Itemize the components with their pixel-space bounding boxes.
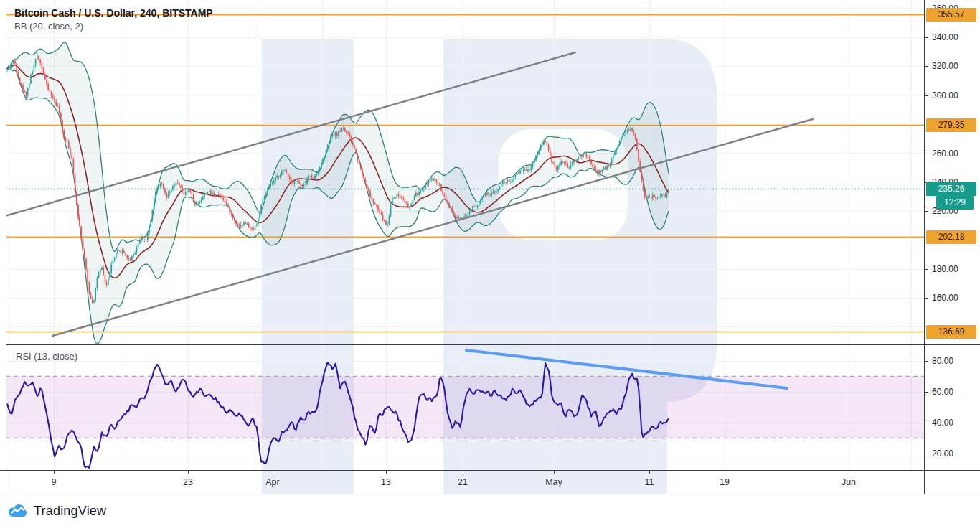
- brand-name: TradingView: [34, 504, 106, 519]
- rsi-pane[interactable]: [6, 345, 924, 470]
- time-tick-label: May: [545, 477, 562, 487]
- level-price-label: 355.57: [926, 8, 976, 22]
- tradingview-logo[interactable]: TradingView: [7, 503, 106, 519]
- time-tick-label: 11: [645, 477, 654, 487]
- time-tick-mark: [386, 471, 387, 474]
- left-border: [6, 0, 6, 494]
- time-axis-separator: [0, 470, 980, 471]
- axis-tick-dash: [925, 392, 928, 393]
- time-tick-label: 13: [381, 477, 391, 487]
- time-tick-label: 23: [183, 477, 193, 487]
- time-tick-label: 21: [458, 477, 468, 487]
- axis-tick-dash: [925, 298, 928, 299]
- tradingview-chart-window: Bitcoin Cash / U.S. Dollar, 240, BITSTAM…: [0, 0, 980, 531]
- price-tick-label: 340.00: [932, 32, 958, 42]
- footer-separator: [0, 494, 980, 494]
- time-tick-mark: [649, 471, 650, 474]
- price-tick-label: 160.00: [932, 293, 958, 303]
- time-tick-label: Apr: [265, 477, 279, 487]
- time-tick-mark: [849, 471, 849, 474]
- time-tick-mark: [273, 471, 273, 474]
- price-tick-label: 300.00: [932, 90, 958, 100]
- time-axis[interactable]: 923Apr1321May1119Jun: [0, 471, 980, 494]
- price-axis[interactable]: 360.00340.00320.00300.00260.00240.00220.…: [925, 0, 980, 494]
- level-price-label: 136.69: [926, 325, 976, 339]
- level-price-label: 279.35: [926, 118, 976, 132]
- time-tick-label: Jun: [842, 477, 856, 487]
- price-tick-label: 320.00: [932, 61, 958, 71]
- time-tick-mark: [54, 471, 55, 474]
- bb-indicator-label: BB (20, close, 2): [14, 20, 213, 33]
- axis-tick-dash: [925, 37, 928, 38]
- time-tick-label: 9: [52, 477, 57, 487]
- axis-tick-dash: [925, 269, 928, 270]
- cloud-chart-icon: [7, 503, 29, 519]
- axis-tick-dash: [925, 95, 928, 96]
- price-tick-label: 260.00: [932, 149, 958, 159]
- price-tick-label: 20.00: [932, 448, 953, 459]
- time-tick-mark: [463, 471, 463, 474]
- last-price-label: 235.26: [926, 182, 976, 196]
- axis-tick-dash: [925, 66, 928, 67]
- time-tick-mark: [554, 471, 555, 474]
- axis-tick-dash: [925, 454, 928, 454]
- bar-countdown-label: 12:29: [936, 196, 974, 210]
- price-pane[interactable]: [6, 0, 924, 344]
- price-tick-label: 180.00: [932, 264, 958, 274]
- time-tick-label: 19: [720, 477, 730, 487]
- pane-separator[interactable]: [6, 344, 980, 345]
- axis-tick-dash: [925, 154, 928, 154]
- level-price-label: 202.18: [926, 230, 976, 244]
- price-tick-label: 60.00: [932, 387, 953, 397]
- rsi-indicator-label: RSI (13, close): [16, 351, 77, 362]
- price-axis-border: [924, 0, 925, 494]
- chart-legend: Bitcoin Cash / U.S. Dollar, 240, BITSTAM…: [14, 6, 213, 33]
- time-tick-mark: [188, 471, 189, 474]
- axis-tick-dash: [925, 211, 928, 212]
- price-tick-label: 80.00: [932, 356, 953, 366]
- price-tick-label: 40.00: [932, 418, 953, 428]
- axis-tick-dash: [925, 423, 928, 423]
- time-tick-mark: [725, 471, 725, 474]
- axis-tick-dash: [925, 361, 928, 362]
- symbol-title: Bitcoin Cash / U.S. Dollar, 240, BITSTAM…: [14, 6, 213, 20]
